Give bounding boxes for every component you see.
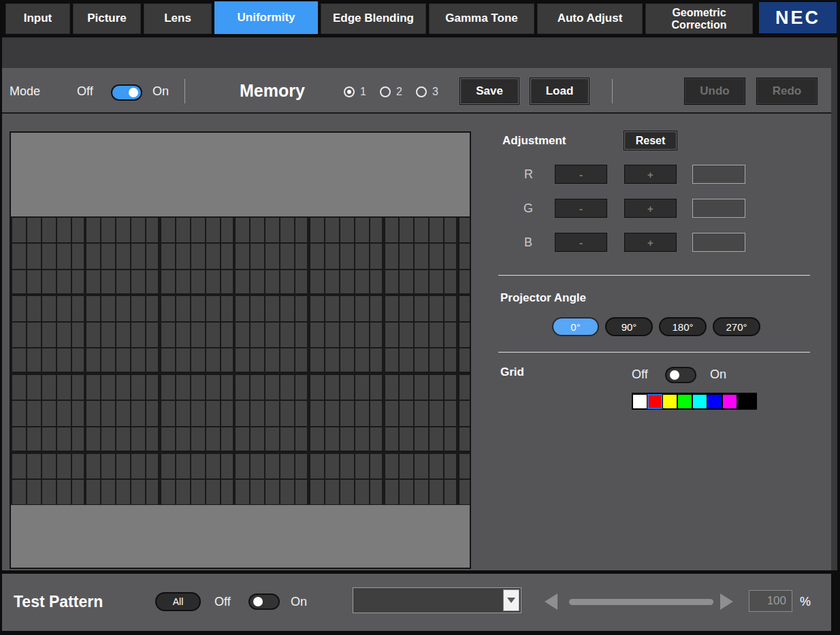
- level-value-field[interactable]: 100: [749, 590, 792, 612]
- mode-label: Mode: [10, 84, 40, 99]
- tab-picture[interactable]: Picture: [73, 3, 141, 34]
- memory-radio-2-label: 2: [396, 86, 402, 98]
- reset-button[interactable]: Reset: [624, 131, 677, 150]
- grid-toggle-knob: [670, 370, 679, 380]
- memory-radio-2[interactable]: [380, 86, 391, 97]
- grid-toggle[interactable]: [665, 367, 696, 383]
- test-pattern-bar: Test Pattern All Off On 100 %: [2, 574, 831, 631]
- right-edge-strip: [830, 37, 837, 570]
- g-plus-button[interactable]: +: [624, 199, 677, 218]
- level-unit-label: %: [800, 595, 811, 609]
- main-tabbar: Input Picture Lens Uniformity Edge Blend…: [0, 0, 840, 37]
- color-swatch[interactable]: [708, 395, 722, 408]
- tab-gamma-tone[interactable]: Gamma Tone: [429, 3, 534, 34]
- memory-radio-1-dot: [347, 90, 351, 94]
- channel-b-label: B: [524, 235, 532, 250]
- mode-toggle[interactable]: [111, 84, 142, 101]
- mode-on-label: On: [152, 84, 169, 99]
- color-swatch[interactable]: [738, 395, 752, 408]
- b-minus-button[interactable]: -: [555, 233, 607, 252]
- preview-adjustment-grid[interactable]: [11, 216, 470, 505]
- adjustment-title: Adjustment: [502, 134, 566, 148]
- test-pattern-off-label: Off: [214, 595, 231, 609]
- r-minus-button[interactable]: -: [555, 165, 607, 184]
- color-swatch[interactable]: [633, 395, 647, 408]
- preview-top-band: [11, 133, 470, 216]
- test-pattern-select-arrow-button[interactable]: [503, 589, 519, 611]
- b-plus-button[interactable]: +: [624, 233, 677, 252]
- redo-button[interactable]: Redo: [757, 78, 817, 104]
- mode-separator: [184, 79, 185, 103]
- level-decrease-arrow-icon[interactable]: [545, 593, 558, 610]
- grid-off-label: Off: [632, 368, 648, 382]
- toolbar-spacer-band: [2, 37, 831, 68]
- g-minus-button[interactable]: -: [555, 199, 607, 218]
- grid-on-label: On: [710, 368, 726, 382]
- test-pattern-level-slider[interactable]: [569, 599, 713, 605]
- save-button[interactable]: Save: [460, 78, 519, 104]
- angle-270-button[interactable]: 270°: [713, 317, 760, 336]
- section-divider-1: [498, 275, 810, 276]
- level-increase-arrow-icon[interactable]: [720, 593, 733, 610]
- memory-radio-1-label: 1: [360, 86, 366, 98]
- b-value-field[interactable]: [692, 233, 745, 252]
- grid-color-swatches: [632, 393, 757, 410]
- test-pattern-toggle[interactable]: [248, 593, 280, 610]
- test-pattern-toggle-knob: [253, 597, 263, 606]
- mode-memory-bar: Mode Off On Memory 1 2 3 Save Load Undo …: [2, 68, 831, 114]
- channel-g-label: G: [523, 201, 533, 216]
- grid-title: Grid: [500, 365, 524, 379]
- test-pattern-on-label: On: [291, 595, 307, 609]
- color-swatch[interactable]: [678, 395, 692, 408]
- projector-angle-title: Projector Angle: [500, 291, 586, 305]
- preview-bottom-band: [11, 505, 470, 568]
- angle-180-button[interactable]: 180°: [659, 317, 707, 336]
- test-pattern-title: Test Pattern: [14, 593, 103, 611]
- chevron-down-icon: [507, 598, 515, 603]
- color-swatch[interactable]: [648, 395, 662, 408]
- color-swatch[interactable]: [723, 395, 737, 408]
- memory-title: Memory: [240, 81, 305, 101]
- color-swatch[interactable]: [663, 395, 677, 408]
- tab-auto-adjust[interactable]: Auto Adjust: [537, 3, 643, 34]
- main-content: Adjustment Reset R - + G - + B - + Proje…: [2, 114, 831, 570]
- r-value-field[interactable]: [692, 165, 745, 184]
- r-plus-button[interactable]: +: [624, 165, 677, 184]
- angle-0-button[interactable]: 0°: [552, 317, 599, 336]
- channel-r-label: R: [524, 167, 533, 182]
- tab-input[interactable]: Input: [5, 3, 70, 34]
- memory-radio-1[interactable]: [344, 86, 355, 97]
- tab-geometric-correction[interactable]: Geometric Correction: [645, 3, 753, 34]
- memory-radio-3-label: 3: [432, 86, 438, 98]
- undo-button[interactable]: Undo: [685, 78, 745, 104]
- mode-toggle-knob: [129, 88, 138, 97]
- load-button[interactable]: Load: [530, 78, 589, 104]
- memory-radio-3[interactable]: [416, 86, 427, 97]
- test-pattern-all-button[interactable]: All: [155, 592, 201, 611]
- uniformity-preview[interactable]: [10, 131, 471, 569]
- section-divider-2: [498, 352, 810, 353]
- nec-logo: NEC: [758, 1, 837, 34]
- tab-edge-blending[interactable]: Edge Blending: [321, 3, 426, 34]
- tab-lens[interactable]: Lens: [144, 3, 212, 34]
- angle-90-button[interactable]: 90°: [605, 317, 653, 336]
- tab-uniformity[interactable]: Uniformity: [214, 1, 318, 34]
- mode-off-label: Off: [77, 84, 93, 99]
- g-value-field[interactable]: [692, 199, 745, 218]
- test-pattern-select[interactable]: [353, 587, 521, 613]
- test-pattern-select-value: [353, 588, 521, 613]
- color-swatch[interactable]: [693, 395, 707, 408]
- uniformity-app-window: Input Picture Lens Uniformity Edge Blend…: [0, 0, 840, 635]
- undo-separator: [612, 79, 613, 103]
